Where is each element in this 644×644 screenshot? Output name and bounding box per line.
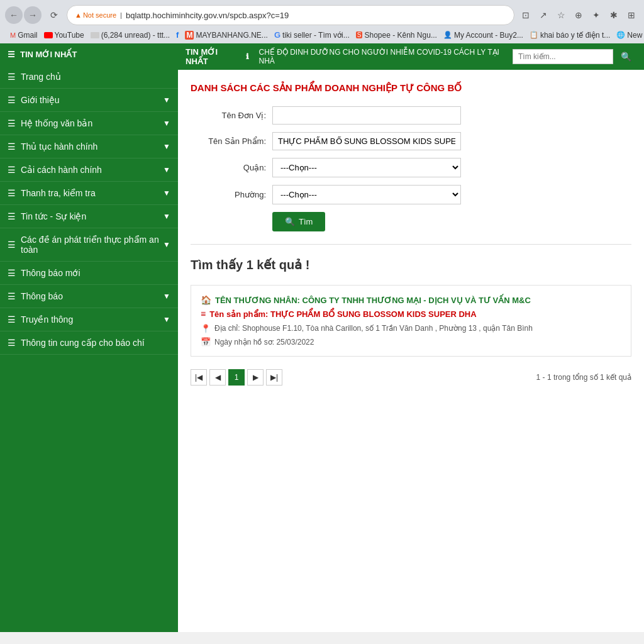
sidebar-item-de-an[interactable]: ☰ Các đề án phát triển thực phẩm an toàn… bbox=[0, 228, 178, 262]
sidebar-item-thong-bao-moi[interactable]: ☰ Thông báo mới bbox=[0, 262, 178, 285]
ten-san-pham-input[interactable] bbox=[272, 132, 461, 150]
sidebar-item-left: ☰ Cải cách hành chính bbox=[8, 165, 102, 175]
bookmark-shopee[interactable]: S Shopee - Kênh Ngu... bbox=[356, 31, 437, 40]
sidebar-item-left: ☰ Thủ tục hành chính bbox=[8, 142, 97, 152]
extension2-icon[interactable]: ✦ bbox=[589, 8, 604, 23]
sidebar-item-gioi-thieu[interactable]: ☰ Giới thiệu ▼ bbox=[0, 89, 178, 112]
first-page-button[interactable]: |◀ bbox=[191, 369, 207, 386]
calendar-icon: 📅 bbox=[201, 337, 211, 347]
bookmark-facebook[interactable]: f bbox=[176, 30, 179, 40]
news-bar-label: TIN MỚI NHẤT bbox=[186, 47, 240, 66]
sidebar-item-left: ☰ Trang chủ bbox=[8, 72, 61, 82]
sidebar: ☰ TIN MỚI NHẤT ☰ Trang chủ ☰ Giới thiệu … bbox=[0, 43, 178, 632]
news-bar-text: CHẾ ĐỘ DINH DƯỠNG CHO NGƯỜI NHIỄM COVID-… bbox=[258, 48, 506, 65]
bookmark-youtube[interactable]: YouTube bbox=[44, 31, 84, 40]
sidebar-item-trang-chu[interactable]: ☰ Trang chủ bbox=[0, 65, 178, 89]
sidebar-item-left: ☰ Các đề án phát triển thực phẩm an toàn bbox=[8, 235, 163, 255]
newtab-icon: 🌐 bbox=[616, 31, 625, 39]
sidebar-label-tin-tuc: Tin tức - Sự kiện bbox=[21, 211, 86, 221]
refresh-button[interactable]: ⟳ bbox=[45, 6, 63, 24]
menu-icon: ☰ bbox=[8, 268, 16, 278]
next-page-button[interactable]: ▶ bbox=[247, 369, 264, 386]
news-bar-icon: ℹ bbox=[246, 52, 249, 61]
page-title: DANH SÁCH CÁC SẢN PHẨM DOANH NGHIỆP TỰ C… bbox=[191, 82, 631, 94]
sidebar-item-tin-tuc[interactable]: ☰ Tin tức - Sự kiện ▼ bbox=[0, 205, 178, 228]
sidebar-item-left: ☰ Giới thiệu bbox=[8, 95, 60, 105]
product-name: Tên sản phẩm: THỰC PHẨM BỔ SUNG BLOSSOM … bbox=[209, 309, 476, 319]
sidebar-header: ☰ TIN MỚI NHẤT bbox=[0, 43, 178, 65]
sidebar-item-truyen-thong[interactable]: ☰ Truyền thông ▼ bbox=[0, 308, 178, 331]
divider bbox=[191, 244, 631, 245]
bookmark-tiki[interactable]: G tiki seller - Tìm với... bbox=[274, 30, 350, 40]
sidebar-item-thu-tuc-hanh-chinh[interactable]: ☰ Thủ tục hành chính ▼ bbox=[0, 135, 178, 158]
location-icon: 📍 bbox=[201, 324, 211, 333]
back-button[interactable]: ← bbox=[5, 6, 23, 24]
maybanhang-icon: M bbox=[185, 31, 194, 40]
not-secure-indicator: ▲ Not secure bbox=[75, 11, 116, 19]
extension4-icon[interactable]: ⊞ bbox=[624, 8, 639, 23]
browser-chrome: ← → ⟳ ▲ Not secure | bqlattp.hochiminhci… bbox=[0, 0, 644, 43]
sidebar-label-trang-chu: Trang chủ bbox=[21, 72, 61, 82]
date-text: Ngày nhận hồ sơ: 25/03/2022 bbox=[214, 338, 314, 347]
menu-icon: ☰ bbox=[8, 338, 16, 348]
nav-buttons: ← → bbox=[5, 6, 42, 24]
bookmark-myaccount[interactable]: 👤 My Account - Buy2... bbox=[443, 31, 523, 40]
ten-don-vi-input[interactable] bbox=[272, 106, 461, 125]
bookmark-khaibao[interactable]: 📋 khai báo y tế điện t... bbox=[530, 31, 610, 40]
sidebar-label-thanh-tra: Thanh tra, kiểm tra bbox=[21, 188, 96, 198]
search-input[interactable] bbox=[513, 49, 613, 64]
prev-page-button[interactable]: ◀ bbox=[209, 369, 226, 386]
tim-button[interactable]: 🔍 Tìm bbox=[272, 212, 325, 231]
form-row-don-vi: Tên Đơn Vị: bbox=[191, 106, 631, 125]
page-1-button[interactable]: 1 bbox=[228, 369, 245, 386]
youtube-icon bbox=[44, 32, 53, 38]
sidebar-item-left: ☰ Tin tức - Sự kiện bbox=[8, 211, 86, 221]
menu-icon: ☰ bbox=[8, 314, 16, 325]
email-label: (6,284 unread) - ttt... bbox=[101, 31, 170, 40]
search-button-bar[interactable]: 🔍 bbox=[616, 49, 636, 64]
home-icon: 🏠 bbox=[201, 295, 211, 305]
chevron-down-icon: ▼ bbox=[163, 240, 170, 249]
phuong-select[interactable]: ---Chọn--- bbox=[272, 185, 461, 204]
sidebar-item-left: ☰ Thông báo mới bbox=[8, 268, 80, 278]
form-row-phuong: Phường: ---Chọn--- bbox=[191, 185, 631, 204]
sidebar-item-cai-cach[interactable]: ☰ Cải cách hành chính ▼ bbox=[0, 158, 178, 182]
khaibao-icon: 📋 bbox=[530, 31, 538, 39]
quan-select[interactable]: ---Chọn--- bbox=[272, 158, 461, 177]
cast-icon[interactable]: ⊡ bbox=[518, 8, 533, 23]
chevron-down-icon: ▼ bbox=[163, 292, 170, 301]
sidebar-label-thong-bao-moi: Thông báo mới bbox=[21, 268, 80, 278]
search-bar: 🔍 bbox=[513, 49, 636, 64]
chevron-down-icon: ▼ bbox=[163, 315, 170, 324]
share-icon[interactable]: ↗ bbox=[536, 8, 551, 23]
sidebar-item-thanh-tra[interactable]: ☰ Thanh tra, kiểm tra ▼ bbox=[0, 182, 178, 205]
bookmark-email[interactable]: (6,284 unread) - ttt... bbox=[91, 31, 170, 40]
bookmark-newtab[interactable]: 🌐 New Tab bbox=[616, 31, 644, 40]
form-row-quan: Quận: ---Chọn--- bbox=[191, 158, 631, 177]
forward-button[interactable]: → bbox=[24, 6, 42, 24]
last-page-button[interactable]: ▶| bbox=[266, 369, 282, 386]
shopee-icon: S bbox=[356, 31, 363, 38]
sidebar-label-thu-tuc: Thủ tục hành chính bbox=[21, 142, 97, 152]
result-merchant: 🏠 TÊN THƯƠNG NHÂN: CÔNG TY TNHH THƯƠNG M… bbox=[201, 295, 621, 305]
extension3-icon[interactable]: ✱ bbox=[606, 8, 621, 23]
email-icon bbox=[91, 32, 99, 38]
menu-icon: ☰ bbox=[8, 240, 16, 250]
bookmark-icon[interactable]: ☆ bbox=[553, 8, 569, 23]
sidebar-item-he-thong-van-ban[interactable]: ☰ Hệ thống văn bản ▼ bbox=[0, 112, 178, 135]
address-bar[interactable]: ▲ Not secure | bqlattp.hochiminhcity.gov… bbox=[67, 5, 514, 25]
bookmark-maybanhang[interactable]: M MAYBANHANG.NE... bbox=[185, 31, 267, 40]
bookmark-gmail[interactable]: M Gmail bbox=[10, 31, 38, 40]
chevron-down-icon: ▼ bbox=[163, 212, 170, 221]
sidebar-item-thong-bao[interactable]: ☰ Thông báo ▼ bbox=[0, 285, 178, 308]
menu-icon: ☰ bbox=[8, 118, 16, 128]
merchant-name: TÊN THƯƠNG NHÂN: CÔNG TY TNHH THƯƠNG MẠI… bbox=[215, 296, 531, 305]
pagination: |◀ ◀ 1 ▶ ▶| 1 - 1 trong tổng số 1 kết qu… bbox=[191, 369, 631, 386]
form-row-button: 🔍 Tìm bbox=[272, 212, 631, 231]
sidebar-item-left: ☰ Thông tin cung cấp cho báo chí bbox=[8, 338, 145, 348]
quan-label: Quận: bbox=[191, 163, 266, 172]
extension1-icon[interactable]: ⊕ bbox=[571, 8, 586, 23]
sidebar-item-thong-tin-bao-chi[interactable]: ☰ Thông tin cung cấp cho báo chí bbox=[0, 331, 178, 355]
result-item: 🏠 TÊN THƯƠNG NHÂN: CÔNG TY TNHH THƯƠNG M… bbox=[191, 285, 631, 357]
sidebar-label-de-an: Các đề án phát triển thực phẩm an toàn bbox=[21, 235, 163, 255]
